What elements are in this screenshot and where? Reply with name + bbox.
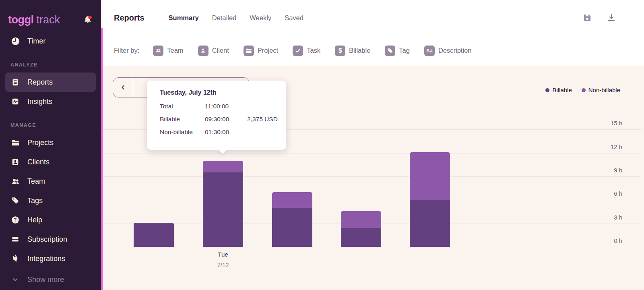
y-axis-tick: 6 h xyxy=(614,190,622,197)
filter-bar: Filter by: Team Client xyxy=(103,35,644,66)
filter-client[interactable]: Client xyxy=(198,46,229,56)
logo: toggl track xyxy=(0,0,101,29)
tab-saved[interactable]: Saved xyxy=(285,14,303,22)
sidebar-item-help[interactable]: ? Help xyxy=(0,210,101,230)
sidebar-item-label: Insights xyxy=(27,97,52,106)
sidebar-accent-line xyxy=(101,28,103,290)
sidebar-item-subscription[interactable]: Subscription xyxy=(0,230,101,249)
insights-icon xyxy=(10,97,20,106)
tag-icon xyxy=(385,46,395,56)
bar-billable-segment[interactable] xyxy=(341,228,381,247)
non-billable-dot-icon xyxy=(582,88,586,92)
legend-non-billable: Non-billable xyxy=(582,87,620,93)
folder-icon xyxy=(10,138,20,147)
gridline xyxy=(103,153,641,153)
legend-label: Non-billable xyxy=(588,87,620,93)
bar-billable-segment[interactable] xyxy=(410,200,450,247)
help-icon: ? xyxy=(10,215,20,225)
filter-tag[interactable]: Tag xyxy=(385,46,410,56)
filter-team[interactable]: Team xyxy=(153,46,183,56)
sidebar-item-label: Integrations xyxy=(27,255,65,263)
topbar-actions xyxy=(582,12,617,23)
sidebar-item-tags[interactable]: Tags xyxy=(0,191,101,210)
tooltip-date: Tuesday, July 12th xyxy=(160,89,286,96)
filter-task[interactable]: Task xyxy=(293,46,320,56)
aa-icon: Aa xyxy=(424,46,435,56)
main-content: Reports Summary Detailed Weekly Saved Fi… xyxy=(103,0,644,290)
tooltip-row-total: Total 11:00:00 xyxy=(160,103,286,110)
x-axis-day-label: Tue xyxy=(203,251,243,258)
sidebar-item-projects[interactable]: Projects xyxy=(0,133,101,152)
bar-chart: 0 h3 h6 h9 h12 h15 hTue7/12 Billable Non… xyxy=(103,66,644,290)
save-icon[interactable] xyxy=(582,12,592,23)
tooltip-amount xyxy=(247,128,286,136)
sidebar-item-insights[interactable]: Insights xyxy=(0,92,101,111)
project-icon xyxy=(244,46,254,56)
sidebar: toggl track Timer ANALYZE Rep xyxy=(0,0,101,290)
filter-label: Task xyxy=(307,47,320,54)
sidebar-item-label: Reports xyxy=(27,78,53,87)
bar-billable-segment[interactable] xyxy=(134,223,174,247)
sidebar-item-integrations[interactable]: Integrations xyxy=(0,249,101,268)
tooltip-label: Billable xyxy=(160,116,205,123)
tooltip-amount xyxy=(247,103,286,110)
sidebar-item-reports[interactable]: Reports xyxy=(5,72,96,92)
bar-non-billable-segment[interactable] xyxy=(272,192,312,208)
sidebar-item-label: Timer xyxy=(27,37,45,46)
legend-label: Billable xyxy=(552,87,572,93)
client-icon xyxy=(10,157,20,167)
bar-non-billable-segment[interactable] xyxy=(410,152,450,200)
sidebar-item-label: Subscription xyxy=(27,235,67,244)
plug-icon xyxy=(10,254,20,263)
sidebar-item-timer[interactable]: Timer xyxy=(0,31,101,51)
bar-billable-segment[interactable] xyxy=(203,172,243,247)
bar-billable-segment[interactable] xyxy=(272,208,312,247)
gridline xyxy=(103,200,641,200)
filter-description[interactable]: Aa Description xyxy=(424,46,472,56)
app-window: toggl track Timer ANALYZE Rep xyxy=(0,0,644,290)
y-axis-tick: 3 h xyxy=(614,214,622,221)
sidebar-section-manage: MANAGE xyxy=(10,122,101,130)
topbar: Reports Summary Detailed Weekly Saved xyxy=(103,0,644,35)
filter-label: Tag xyxy=(399,47,410,54)
chart-legend: Billable Non-billable xyxy=(545,87,620,93)
filter-label: Description xyxy=(438,47,472,54)
svg-text:?: ? xyxy=(14,217,17,223)
page-title: Reports xyxy=(114,13,144,23)
tooltip-time: 09:30:00 xyxy=(205,116,247,123)
gridline xyxy=(103,247,641,247)
filter-label: Client xyxy=(212,47,229,54)
tab-weekly[interactable]: Weekly xyxy=(250,14,271,22)
filter-project[interactable]: Project xyxy=(244,46,278,56)
team-icon xyxy=(153,46,163,56)
bar-non-billable-segment[interactable] xyxy=(341,211,381,228)
report-tabs: Summary Detailed Weekly Saved xyxy=(169,14,303,22)
tab-detailed[interactable]: Detailed xyxy=(212,14,237,22)
download-icon[interactable] xyxy=(606,12,617,23)
y-axis-tick: 12 h xyxy=(611,143,622,151)
sidebar-item-team[interactable]: Team xyxy=(0,172,101,191)
client-icon xyxy=(198,46,208,56)
sidebar-item-label: Tags xyxy=(27,197,43,205)
chevron-left-icon[interactable] xyxy=(113,78,133,97)
report-icon xyxy=(10,77,20,87)
tab-summary[interactable]: Summary xyxy=(169,14,199,22)
y-axis-tick: 15 h xyxy=(611,120,622,127)
filter-label: Billable xyxy=(349,47,370,54)
tooltip-time: 01:30:00 xyxy=(205,128,247,136)
tooltip-row-non-billable: Non-billable 01:30:00 xyxy=(160,128,286,136)
subscription-icon xyxy=(10,234,20,244)
bell-icon[interactable] xyxy=(83,14,93,25)
y-axis-tick: 9 h xyxy=(614,167,622,174)
logo-track: track xyxy=(36,14,60,26)
filter-billable[interactable]: $ Billable xyxy=(335,46,370,56)
sidebar-item-label: Clients xyxy=(27,158,50,166)
filter-label: Team xyxy=(167,47,183,54)
chevron-down-icon xyxy=(10,275,20,284)
sidebar-item-label: Team xyxy=(27,177,45,186)
sidebar-item-clients[interactable]: Clients xyxy=(0,152,101,172)
bar-non-billable-segment[interactable] xyxy=(203,161,243,172)
sidebar-item-label: Help xyxy=(27,216,42,224)
x-axis-date-label: 7/12 xyxy=(203,261,243,268)
sidebar-show-more[interactable]: Show more xyxy=(0,270,101,289)
